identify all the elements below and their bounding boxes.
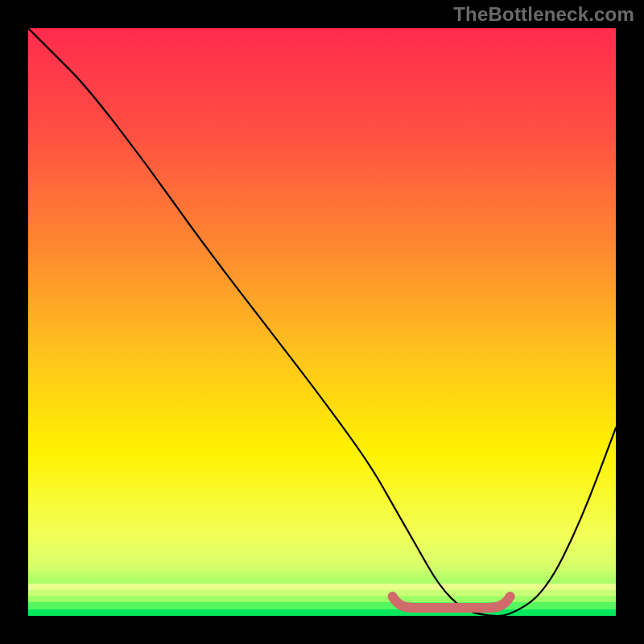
gradient-background — [28, 28, 616, 616]
green-band — [28, 609, 616, 616]
chart-frame: TheBottleneck.com — [0, 0, 644, 644]
plot-area — [28, 28, 616, 616]
watermark-text: TheBottleneck.com — [453, 3, 634, 26]
green-band — [28, 597, 616, 602]
bottleneck-chart — [28, 28, 616, 616]
green-band — [28, 591, 616, 597]
green-band — [28, 584, 616, 591]
